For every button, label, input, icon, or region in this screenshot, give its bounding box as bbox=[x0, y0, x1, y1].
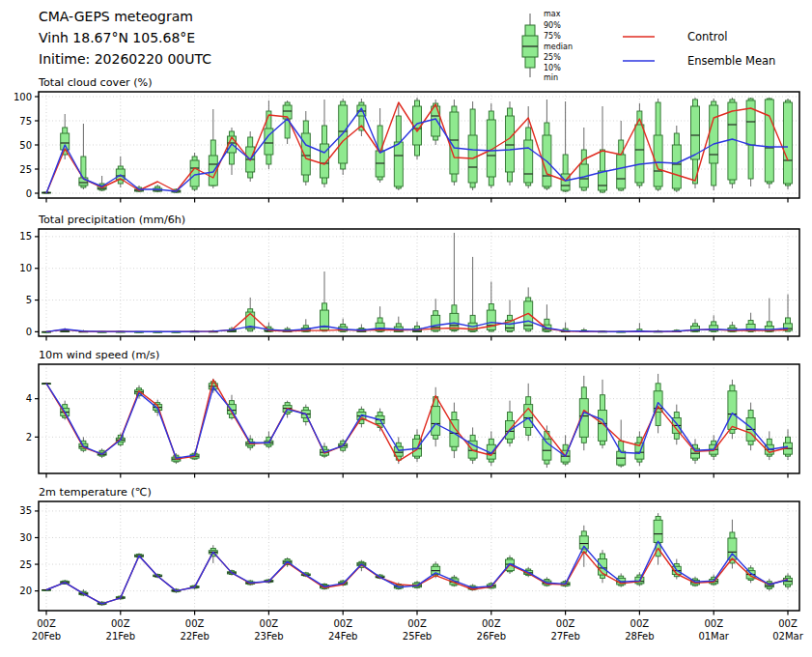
y-tick-label: 5 bbox=[26, 295, 32, 305]
x-tick-label-date: 26Feb bbox=[477, 631, 506, 642]
box-25-75 bbox=[746, 100, 755, 145]
x-axis-labels: 00Z20Feb00Z21Feb00Z22Feb00Z23Feb00Z24Feb… bbox=[32, 618, 804, 642]
y-tick-label: 25 bbox=[19, 164, 32, 175]
x-tick-label-hour: 00Z bbox=[111, 618, 130, 629]
box-25-75 bbox=[784, 102, 793, 184]
panel-title-wind: 10m wind speed (m/s) bbox=[39, 349, 159, 361]
y-tick-label: 2 bbox=[26, 432, 32, 443]
x-tick-label-date: 23Feb bbox=[254, 631, 283, 642]
legend-box-label: max bbox=[544, 10, 561, 18]
legend-box-label: min bbox=[544, 73, 558, 82]
y-tick-label: 100 bbox=[14, 92, 32, 102]
box-25-75 bbox=[61, 133, 70, 150]
x-tick-label-date: 01Mar bbox=[698, 631, 729, 642]
legend-box-label: 75% bbox=[544, 32, 561, 41]
y-tick-label: 35 bbox=[19, 505, 32, 516]
y-tick-label: 75 bbox=[19, 116, 32, 127]
x-tick-label-date: 24Feb bbox=[328, 631, 357, 642]
panel-precip: 051015Total precipitation (mm/6h) bbox=[19, 214, 799, 341]
box-25-75 bbox=[432, 407, 440, 436]
x-tick-label-hour: 00Z bbox=[185, 618, 205, 629]
box-25-75 bbox=[524, 140, 533, 183]
panel-title-cloud: Total cloud cover (%) bbox=[38, 76, 153, 89]
legend: max90%75%median25%10%minControlEnsemble … bbox=[522, 10, 775, 82]
legend-box-label: 10% bbox=[544, 64, 561, 72]
x-tick-label-date: 22Feb bbox=[180, 631, 209, 642]
x-tick-label-hour: 00Z bbox=[630, 618, 650, 629]
box-25-75 bbox=[691, 106, 700, 159]
panel-title-temp: 2m temperature (℃) bbox=[39, 486, 152, 499]
y-tick-label: 0 bbox=[26, 188, 32, 199]
legend-box-label: median bbox=[544, 43, 573, 51]
x-tick-label-date: 28Feb bbox=[625, 631, 654, 642]
legend-box-label: 25% bbox=[544, 53, 561, 62]
y-tick-label: 50 bbox=[19, 140, 32, 151]
box-25-75 bbox=[599, 171, 607, 190]
legend-control-label: Control bbox=[687, 30, 728, 43]
x-tick-label-hour: 00Z bbox=[778, 618, 798, 629]
y-tick-label: 10 bbox=[19, 263, 32, 273]
x-tick-label-date: 25Feb bbox=[403, 631, 432, 642]
meteogram-chart: 0255075100Total cloud cover (%)051015Tot… bbox=[0, 0, 812, 657]
legend-box-label: 90% bbox=[544, 21, 561, 30]
x-tick-label-hour: 00Z bbox=[556, 618, 575, 629]
x-tick-label-date: 27Feb bbox=[550, 631, 579, 642]
panel-border bbox=[39, 501, 799, 611]
y-tick-label: 4 bbox=[26, 393, 32, 404]
panel-cloud: 0255075100Total cloud cover (%) bbox=[14, 76, 799, 203]
box-25-75 bbox=[765, 100, 773, 182]
x-tick-label-hour: 00Z bbox=[333, 618, 352, 629]
panel-wind: 2410m wind speed (m/s) bbox=[26, 349, 799, 478]
box-25-75 bbox=[672, 145, 681, 188]
x-tick-label-date: 02Mar bbox=[772, 631, 803, 642]
y-tick-label: 25 bbox=[19, 559, 32, 570]
panel-border bbox=[39, 229, 799, 336]
box-25-75 bbox=[190, 160, 199, 186]
box-25-75 bbox=[635, 125, 644, 183]
box-25-75 bbox=[654, 520, 662, 542]
x-tick-label-date: 20Feb bbox=[32, 631, 61, 642]
x-tick-label-hour: 00Z bbox=[260, 618, 279, 629]
y-tick-label: 15 bbox=[19, 231, 32, 242]
y-tick-label: 30 bbox=[19, 532, 32, 543]
box-25-75 bbox=[432, 106, 440, 136]
meteogram-figure: CMA-GEPS meteogram Vinh 18.67°N 105.68°E… bbox=[0, 0, 812, 657]
x-tick-label-hour: 00Z bbox=[407, 618, 427, 629]
x-tick-label-date: 21Feb bbox=[106, 631, 135, 642]
y-tick-label: 20 bbox=[19, 586, 32, 596]
x-tick-label-hour: 00Z bbox=[704, 618, 723, 629]
y-tick-label: 0 bbox=[26, 327, 32, 337]
box-25-75 bbox=[728, 102, 737, 180]
box-25-75 bbox=[506, 116, 515, 172]
box-25-75 bbox=[728, 391, 737, 430]
panel-title-precip: Total precipitation (mm/6h) bbox=[38, 214, 185, 226]
legend-ensemble-mean-label: Ensemble Mean bbox=[687, 54, 775, 68]
box-25-75 bbox=[617, 155, 626, 188]
box-25-75 bbox=[394, 142, 403, 186]
x-tick-label-hour: 00Z bbox=[37, 618, 56, 629]
x-tick-label-hour: 00Z bbox=[482, 618, 501, 629]
panel-temp: 202530352m temperature (℃) bbox=[19, 486, 799, 615]
